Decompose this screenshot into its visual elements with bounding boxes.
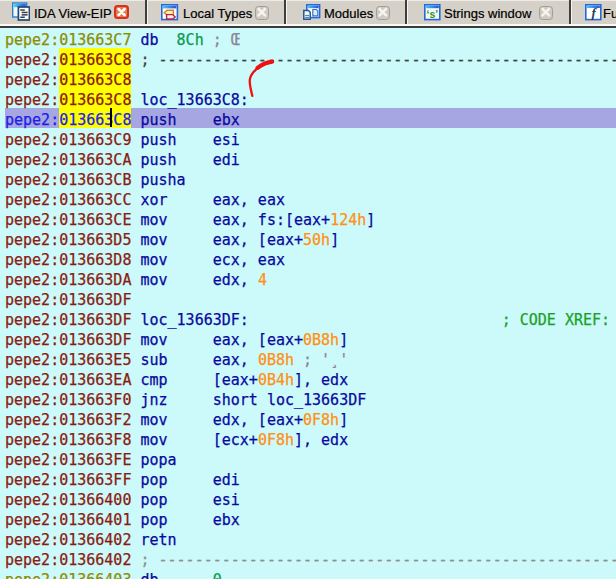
svg-text:‘s’: ‘s’	[427, 8, 439, 20]
